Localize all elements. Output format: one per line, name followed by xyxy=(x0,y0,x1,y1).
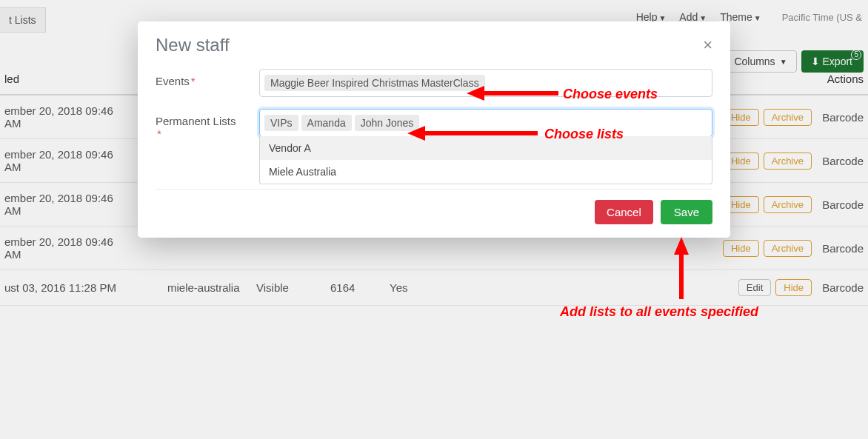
annotation-choose-events: Choose events xyxy=(563,87,658,102)
annotation-choose-lists: Choose lists xyxy=(544,127,624,142)
list-tag[interactable]: John Jones xyxy=(355,115,420,131)
dropdown-option[interactable]: Vendor A xyxy=(260,136,712,160)
list-tag[interactable]: VIPs xyxy=(264,115,298,131)
events-label: Events* xyxy=(156,69,259,87)
list-tag[interactable]: Amanda xyxy=(301,115,352,131)
annotation-add-lists: Add lists to all events specified xyxy=(560,304,758,320)
permanent-lists-label: Permanent Lists* xyxy=(156,109,259,140)
save-button[interactable]: Save xyxy=(661,200,712,224)
event-tag[interactable]: Maggie Beer Inspired Christmas MasterCla… xyxy=(264,75,485,91)
modal-title: New staff xyxy=(156,35,230,56)
permanent-lists-input[interactable]: VIPs Amanda John Jones xyxy=(259,109,712,137)
new-staff-modal: New staff × Events* Maggie Beer Inspired… xyxy=(138,21,730,238)
dropdown-option[interactable]: Miele Australia xyxy=(260,160,712,184)
lists-dropdown: Vendor A Miele Australia xyxy=(259,136,712,184)
cancel-button[interactable]: Cancel xyxy=(595,200,653,224)
close-icon[interactable]: × xyxy=(703,36,712,55)
